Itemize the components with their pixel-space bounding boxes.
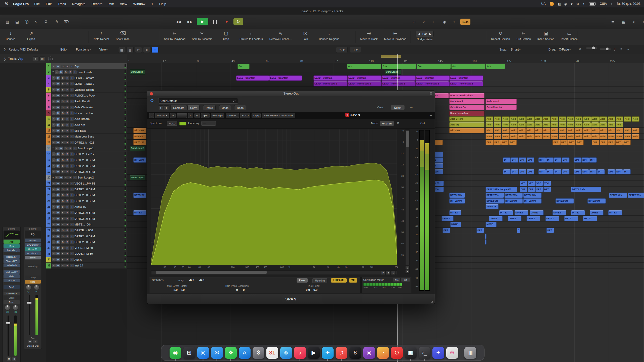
toolbar-join[interactable]: ⋈ Join [298, 31, 312, 40]
edit-tool-icon-2[interactable]: ✂ [135, 47, 142, 53]
region-dpt[interactable]: DPT [589, 157, 597, 163]
status-icon-2[interactable]: ❖ [570, 2, 573, 6]
pan-knob[interactable] [13, 305, 18, 310]
pan-knob[interactable] [34, 285, 39, 290]
track-row-27[interactable]: 27 ≈ M S R I DPTE2...0 BPM [46, 216, 127, 221]
left-click-tool-menu[interactable]: ↖ ▾ [336, 47, 348, 53]
region-acid[interactable]: Acid [542, 116, 550, 122]
region-sum-loops1[interactable]: Sum Loops1 [130, 146, 145, 151]
track-chevron-icon[interactable]: ❯ [4, 57, 6, 61]
region-acid[interactable]: Acid [575, 116, 583, 122]
input-monitor-button[interactable]: I [70, 141, 74, 144]
record-enable-button[interactable]: R [65, 82, 69, 85]
solo-button[interactable]: S [61, 182, 65, 185]
region-acid[interactable]: Acid [599, 122, 607, 127]
view-mode-button[interactable]: Editor [391, 105, 405, 110]
plugin-slot-valhallash[interactable]: ValhallaSh [4, 263, 20, 267]
region-girls-choir-aa[interactable]: Girls Choir-Aa [486, 105, 517, 110]
record-enable-button[interactable]: R [65, 152, 69, 156]
plugin-slot-stereo-out[interactable]: Stereo Out [4, 292, 20, 295]
record-enable-button[interactable]: R [68, 70, 72, 74]
nudge-bar-menu[interactable]: ◀ Bar ▶ [416, 31, 434, 37]
end-icon-0[interactable]: ≣ [609, 18, 617, 26]
power-icon[interactable]: ⊙ [150, 98, 154, 103]
pause-button[interactable]: ❚❚ [210, 18, 220, 25]
plugin-slot-span[interactable]: SPAN [25, 256, 41, 259]
resize-handle[interactable]: ◢ [431, 299, 433, 303]
track-row-17[interactable]: 17 ≈ M S R I DPTE2...0 BPM [46, 157, 127, 163]
solo-button[interactable]: S [61, 106, 65, 109]
mute-button[interactable]: M [56, 246, 60, 250]
region-dpte2[interactable]: DPTE2 [545, 216, 559, 221]
editbar-menu-functions[interactable]: Functions [76, 48, 91, 51]
status-icon-4[interactable]: ✦ [582, 2, 585, 6]
region-dpt[interactable]: DPT [501, 140, 509, 145]
play-button[interactable]: ▶ [197, 18, 208, 25]
track-row-13[interactable]: 13 ≈ M S R I Main Low Bass [46, 134, 127, 140]
region-lead-trance-saw-2[interactable]: LEAD - Trance Saw 2 [347, 81, 381, 86]
region-main[interactable]: Main [542, 134, 550, 139]
toolbar-insert-silence[interactable]: ▭ Insert Silence [561, 31, 578, 40]
span-presets-button[interactable]: Presets ▾ [155, 113, 169, 118]
toolbar-split-by-locators[interactable]: ✂ Split by Locators [192, 31, 212, 40]
track-row-2[interactable]: 2 ▼ ≈ M S R I Sum Leads [46, 69, 127, 75]
input-monitor-button[interactable]: I [70, 182, 74, 185]
record-enable-button[interactable]: R [65, 141, 69, 144]
region-mid-bass[interactable]: Mid Bass [133, 128, 146, 133]
span-routing-button[interactable]: Routing ▾ [211, 113, 224, 118]
region-acid[interactable]: Acid [583, 116, 591, 122]
dock-app-5[interactable]: A [239, 347, 251, 359]
region-main[interactable]: Main [486, 134, 493, 139]
menu-file[interactable]: File [34, 2, 40, 6]
toolbar-repeat-section[interactable]: ↻ Repeat Section [491, 31, 510, 40]
region-dpt[interactable]: DPT [546, 157, 554, 163]
dock-app-10[interactable]: ▶ [308, 347, 320, 359]
track-row-30[interactable]: 30 ≈ M S R I DPTE2...0 BPM [46, 233, 127, 239]
solo-button[interactable]: S [61, 129, 65, 132]
region-vec[interactable]: VEC [535, 181, 543, 186]
region-lead-quantam[interactable]: LEAD - Quantam [449, 75, 483, 81]
region-dpte2[interactable]: DPTE2 [499, 210, 513, 215]
plugin-slot-group[interactable]: Group [4, 296, 20, 300]
toolbar-insert-section[interactable]: ▣ Insert Section [537, 31, 554, 40]
region-dpt[interactable]: DPT [538, 157, 546, 163]
toolbar-cut-section[interactable]: ✂ Cut Section [516, 31, 531, 40]
record-enable-button[interactable]: R [65, 223, 69, 226]
mute-button[interactable]: M [56, 158, 60, 162]
preset-prev-button[interactable]: ❮ [158, 105, 163, 110]
region-dpte2[interactable]: DPTE2 [564, 216, 578, 221]
solo-button[interactable]: S [61, 76, 65, 80]
input-monitor-button[interactable]: I [70, 246, 74, 250]
edit-tool-icon-0[interactable]: ▦ [118, 47, 125, 53]
region-dpte2-k[interactable]: DPTE2 K [133, 140, 146, 145]
region-pad-kandi[interactable]: Pad - Kandi [486, 99, 517, 104]
disclosure-icon[interactable]: ▼ [52, 71, 54, 73]
track-row-10[interactable]: 10 ≈ M S R I Acid Dream [46, 116, 127, 122]
spotlight-icon[interactable]: ⌕ [611, 2, 613, 6]
mute-button[interactable]: M [56, 240, 60, 244]
view-toggle-icon-2[interactable]: ⓘ [23, 18, 31, 26]
region-main[interactable]: Main [526, 134, 534, 139]
span-hide-meters-and-stats-button[interactable]: HIDE METERS AND STATS [262, 113, 295, 118]
record-enable-button[interactable]: R [65, 164, 69, 168]
region-dpte2-whi[interactable]: DPTE2 Whi [523, 193, 542, 198]
solo-button[interactable]: S [61, 229, 65, 232]
region-arp[interactable]: Arp [347, 64, 381, 69]
editbar-menu-view[interactable]: View [99, 48, 108, 51]
tool-icon-1[interactable]: ⌦ [62, 18, 70, 26]
list-editors-icon[interactable]: ≡ [620, 47, 622, 51]
region-arp[interactable]: Arp [451, 64, 486, 69]
region-dpt[interactable]: DPT [528, 187, 535, 192]
input-monitor-button[interactable]: I [70, 258, 74, 261]
region-dpte2-ride-loop-030[interactable]: DPTE2 Ride Loop - 030 [486, 187, 517, 192]
solo-button[interactable]: S [61, 264, 65, 267]
span-copy-button[interactable]: Copy [252, 113, 261, 118]
region-dpt[interactable]: DPT [527, 157, 534, 163]
track-row-31[interactable]: 31 ≈ M S R I DPTE2...0 BPM [46, 239, 127, 245]
mute-button[interactable]: M [56, 141, 60, 144]
region-dpt[interactable]: DPT [543, 187, 551, 192]
region-clip[interactable] [485, 239, 487, 245]
region-dpt[interactable]: DPT [442, 228, 450, 233]
region-lead-quantam[interactable]: LEAD - Quantam [269, 75, 302, 81]
region-mid[interactable]: Mid [559, 128, 567, 133]
